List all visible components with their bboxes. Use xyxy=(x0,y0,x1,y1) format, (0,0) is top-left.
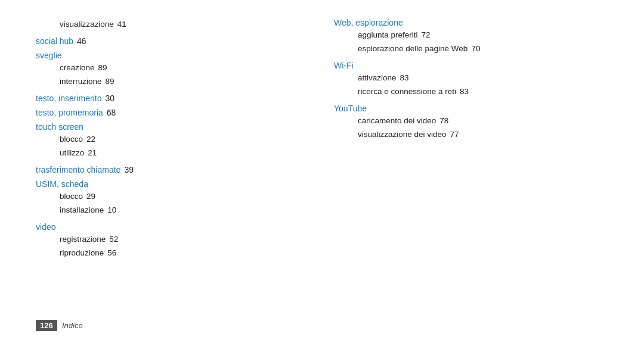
category-entry: social hub 46 xyxy=(36,36,310,46)
category-label: sveglie xyxy=(36,51,62,60)
subitem-text: interruzione xyxy=(60,75,102,89)
subitem-text: attivazione xyxy=(358,71,397,85)
list-item: blocco 22 xyxy=(36,133,310,147)
category-entry: Wi-Fi xyxy=(334,61,608,70)
subitem-text: visualizzazione dei video xyxy=(358,128,447,142)
list-item: installazione 10 xyxy=(36,204,310,217)
page-number: 46 xyxy=(77,36,86,46)
category-entry: touch screen xyxy=(36,122,310,132)
subitem-text: visualizzazione xyxy=(60,18,114,32)
subitem-text: ricerca e connessione a reti xyxy=(358,85,456,99)
subitem-text: riproduzione xyxy=(60,247,104,260)
subitem-text: installazione xyxy=(60,204,104,217)
page-number: 22 xyxy=(86,133,95,147)
page-number: 56 xyxy=(107,247,116,260)
category-entry: USIM, scheda xyxy=(36,179,310,189)
page-number: 21 xyxy=(88,147,97,160)
columns-wrapper: visualizzazione 41 social hub 46 sveglie… xyxy=(36,18,608,306)
subitem-text: registrazione xyxy=(60,233,106,247)
subitem-text: blocco xyxy=(60,190,83,204)
subitem-text: creazione xyxy=(60,61,95,75)
page-number: 39 xyxy=(124,165,134,174)
category-label: trasferimento chiamate xyxy=(36,165,120,174)
left-column: visualizzazione 41 social hub 46 sveglie… xyxy=(36,18,322,306)
list-item: blocco 29 xyxy=(36,190,310,204)
footer-label: Indice xyxy=(62,321,83,330)
category-label: USIM, scheda xyxy=(36,179,88,189)
list-item: caricamento dei video 78 xyxy=(334,114,608,128)
right-column: Web, esplorazione aggiunta preferiti 72 … xyxy=(322,18,608,306)
category-entry: testo, inserimento 30 xyxy=(36,94,310,103)
list-item: visualizzazione dei video 77 xyxy=(334,128,608,142)
list-item: interruzione 89 xyxy=(36,75,310,89)
page-container: visualizzazione 41 social hub 46 sveglie… xyxy=(0,0,644,349)
page-number: 83 xyxy=(400,71,409,85)
list-item: creazione 89 xyxy=(36,61,310,75)
list-item: aggiunta preferiti 72 xyxy=(334,29,608,42)
page-number: 70 xyxy=(471,42,480,56)
list-item: visualizzazione 41 xyxy=(36,18,310,32)
list-item: ricerca e connessione a reti 83 xyxy=(334,85,608,99)
list-item: utilizzo 21 xyxy=(36,147,310,160)
category-label: touch screen xyxy=(36,122,83,132)
page-number: 72 xyxy=(422,29,431,42)
category-entry: trasferimento chiamate 39 xyxy=(36,165,310,174)
list-item: esplorazione delle pagine Web 70 xyxy=(334,42,608,56)
subitem-text: aggiunta preferiti xyxy=(358,29,418,42)
page-number: 78 xyxy=(439,114,448,128)
category-entry: sveglie xyxy=(36,51,310,60)
category-entry: Web, esplorazione xyxy=(334,18,608,27)
page-number: 29 xyxy=(86,190,95,204)
page-number: 52 xyxy=(109,233,118,247)
category-label: YouTube xyxy=(334,104,367,113)
page-number: 77 xyxy=(450,128,459,142)
category-entry: YouTube xyxy=(334,104,608,113)
page-number: 30 xyxy=(106,94,115,103)
page-number: 83 xyxy=(460,85,469,99)
category-label: testo, promemoria xyxy=(36,108,103,117)
page-number: 41 xyxy=(117,18,126,32)
subitem-text: blocco xyxy=(60,133,83,147)
subitem-text: esplorazione delle pagine Web xyxy=(358,42,467,56)
list-item: registrazione 52 xyxy=(36,233,310,247)
category-label: social hub xyxy=(36,36,73,46)
category-label: Web, esplorazione xyxy=(334,18,403,27)
subitem-text: caricamento dei video xyxy=(358,114,436,128)
category-label: testo, inserimento xyxy=(36,94,102,103)
page-number: 68 xyxy=(107,108,116,117)
list-item: riproduzione 56 xyxy=(36,247,310,260)
subitem-text: utilizzo xyxy=(60,147,84,160)
page-number: 89 xyxy=(106,75,114,89)
category-entry: video xyxy=(36,222,310,232)
category-label: Wi-Fi xyxy=(334,61,354,70)
category-label: video xyxy=(36,222,55,232)
footer-page-number: 126 xyxy=(36,320,57,331)
list-item: attivazione 83 xyxy=(334,71,608,85)
category-entry: testo, promemoria 68 xyxy=(36,108,310,117)
page-footer: 126 Indice xyxy=(36,315,608,331)
page-number: 10 xyxy=(107,204,116,217)
page-number: 89 xyxy=(98,61,107,75)
